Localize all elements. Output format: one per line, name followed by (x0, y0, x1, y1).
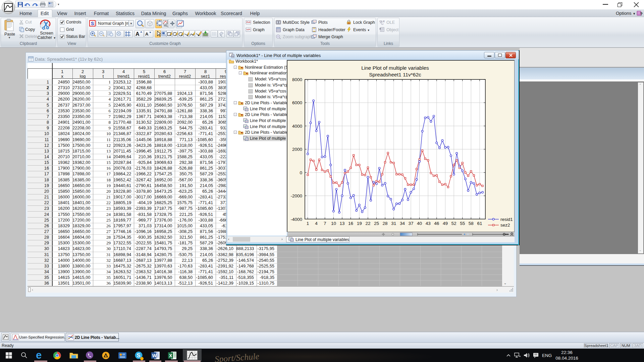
svg-text:-4000: -4000 (290, 217, 302, 222)
svg-text:19: 19 (357, 221, 362, 226)
svg-text:A: A (145, 32, 149, 37)
svg-text:A: A (136, 31, 140, 37)
svg-text:37: 37 (408, 221, 413, 226)
svg-text:7: 7 (324, 221, 326, 226)
svg-text:Spreadsheet1 11v*62c: Spreadsheet1 11v*62c (369, 72, 421, 77)
svg-text:?: ? (640, 11, 643, 16)
svg-text:52: 52 (451, 221, 457, 226)
svg-text:43: 43 (426, 221, 431, 226)
svg-text:46: 46 (434, 221, 439, 226)
svg-text:S: S (91, 21, 94, 26)
svg-text:0: 0 (300, 170, 302, 175)
svg-text:4: 4 (315, 221, 318, 226)
svg-text:34: 34 (400, 221, 405, 226)
svg-text:resid1: resid1 (500, 217, 513, 222)
svg-text:49: 49 (443, 221, 448, 226)
svg-text:40: 40 (417, 221, 422, 226)
svg-text:W: W (152, 353, 157, 358)
svg-text:22: 22 (365, 221, 370, 226)
svg-text:OLE: OLE (379, 20, 385, 23)
svg-text:58: 58 (469, 221, 474, 226)
svg-text:2000: 2000 (292, 147, 302, 152)
svg-text:25: 25 (374, 221, 379, 226)
svg-text:10: 10 (331, 221, 336, 226)
svg-text:6000: 6000 (292, 100, 302, 105)
svg-text:sez2: sez2 (500, 223, 510, 228)
svg-text:61: 61 (477, 221, 482, 226)
svg-text:31: 31 (391, 221, 396, 226)
svg-text:16: 16 (348, 221, 353, 226)
svg-text:4000: 4000 (292, 124, 302, 129)
svg-text:S: S (137, 352, 141, 359)
svg-text:55: 55 (460, 221, 465, 226)
svg-text:-2000: -2000 (290, 193, 302, 198)
svg-text:13: 13 (339, 221, 344, 226)
svg-text:8000: 8000 (292, 77, 302, 82)
svg-text:Line Plot of multiple variable: Line Plot of multiple variables (361, 65, 429, 71)
svg-text:X: X (169, 353, 172, 358)
svg-text:1: 1 (307, 221, 309, 226)
svg-text:28: 28 (383, 221, 388, 226)
